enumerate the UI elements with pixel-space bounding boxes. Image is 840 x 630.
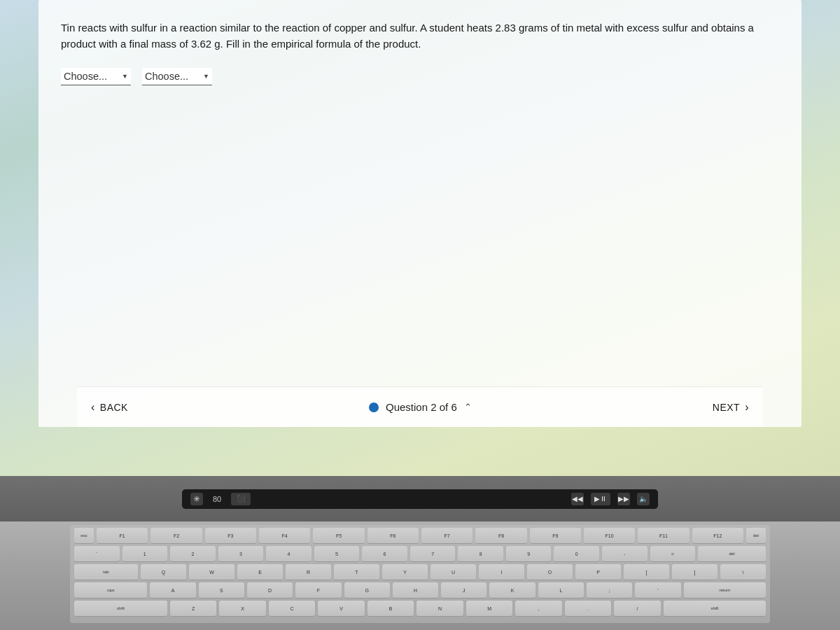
key-f6[interactable]: F6 — [368, 528, 419, 543]
key-bracket-close[interactable]: ] — [672, 564, 718, 580]
key-backslash[interactable]: \ — [720, 564, 766, 580]
laptop-body: ✳ 80 ⬛ ◀◀ ▶⏸ ▶▶ 🔈 esc F1 F2 F3 F4 F5 F6 … — [0, 476, 840, 630]
key-l[interactable]: L — [538, 582, 584, 598]
keyboard-row-1: esc F1 F2 F3 F4 F5 F6 F7 F8 F9 F10 F11 F… — [70, 525, 770, 543]
next-label: NEXT — [713, 402, 740, 413]
touchbar-right: ◀◀ ▶⏸ ▶▶ 🔈 — [571, 493, 650, 505]
back-chevron-icon: ‹ — [91, 401, 95, 414]
key-z[interactable]: Z — [170, 601, 216, 616]
dropdown2-wrapper[interactable]: Choose... 1 2 3 — [142, 68, 212, 85]
key-f[interactable]: F — [295, 582, 341, 598]
key-shift-right[interactable]: shift — [664, 601, 766, 616]
laptop-bezel: ✳ 80 ⬛ ◀◀ ▶⏸ ▶▶ 🔈 — [0, 476, 840, 522]
keyboard-area: esc F1 F2 F3 F4 F5 F6 F7 F8 F9 F10 F11 F… — [70, 525, 770, 623]
key-m[interactable]: M — [466, 601, 512, 616]
key-5[interactable]: 5 — [314, 546, 360, 561]
key-backtick[interactable]: ` — [74, 546, 120, 561]
key-b[interactable]: B — [368, 601, 414, 616]
touchbar-brightness-icon[interactable]: ✳ — [190, 493, 203, 505]
key-tab[interactable]: tab — [74, 564, 138, 580]
key-period[interactable]: . — [565, 601, 611, 616]
next-chevron-icon: › — [745, 401, 749, 414]
key-u[interactable]: U — [430, 564, 476, 580]
key-7[interactable]: 7 — [410, 546, 456, 561]
key-semicolon[interactable]: ; — [587, 582, 632, 598]
key-6[interactable]: 6 — [362, 546, 407, 561]
key-quote[interactable]: ' — [635, 582, 680, 598]
key-4[interactable]: 4 — [266, 546, 312, 561]
keyboard-row-4: caps A S D F G H J K L ; ' return — [70, 580, 770, 598]
key-f5[interactable]: F5 — [313, 528, 364, 543]
key-capslock[interactable]: caps — [74, 582, 147, 598]
key-f2[interactable]: F2 — [150, 528, 202, 543]
key-9[interactable]: 9 — [506, 546, 552, 561]
progress-dot — [369, 402, 379, 412]
back-label: BACK — [100, 402, 128, 413]
key-f12[interactable]: F12 — [692, 528, 743, 543]
touchbar-playpause-icon[interactable]: ▶⏸ — [591, 493, 610, 505]
key-3[interactable]: 3 — [218, 546, 264, 561]
key-f1[interactable]: F1 — [97, 528, 148, 543]
key-o[interactable]: O — [527, 564, 573, 580]
key-i[interactable]: I — [479, 564, 524, 580]
key-w[interactable]: W — [189, 564, 234, 580]
key-f11[interactable]: F11 — [638, 528, 689, 543]
key-r[interactable]: R — [286, 564, 331, 580]
key-f10[interactable]: F10 — [584, 528, 635, 543]
key-g[interactable]: G — [344, 582, 390, 598]
key-f3[interactable]: F3 — [205, 528, 256, 543]
key-e[interactable]: E — [237, 564, 283, 580]
key-d[interactable]: D — [247, 582, 293, 598]
key-p[interactable]: P — [575, 564, 621, 580]
touchbar-rewind-icon[interactable]: ◀◀ — [571, 493, 584, 505]
content-area: Tin reacts with sulfur in a reaction sim… — [38, 0, 802, 427]
key-8[interactable]: 8 — [458, 546, 503, 561]
touchbar-volume-icon[interactable]: 🔈 — [637, 493, 650, 505]
key-minus[interactable]: - — [602, 546, 648, 561]
touchbar: ✳ 80 ⬛ ◀◀ ▶⏸ ▶▶ 🔈 — [182, 489, 658, 509]
key-t[interactable]: T — [334, 564, 379, 580]
key-f9[interactable]: F9 — [530, 528, 581, 543]
key-y[interactable]: Y — [382, 564, 428, 580]
key-del[interactable]: del — [746, 528, 766, 543]
key-slash[interactable]: / — [614, 601, 660, 616]
dropdown1[interactable]: Choose... Sn S O — [61, 68, 131, 85]
keyboard-row-2: ` 1 2 3 4 5 6 7 8 9 0 - = del — [70, 543, 770, 561]
key-f4[interactable]: F4 — [259, 528, 310, 543]
back-button[interactable]: ‹ BACK — [91, 401, 128, 414]
question-text: Tin reacts with sulfur in a reaction sim… — [61, 20, 779, 52]
next-button[interactable]: NEXT › — [713, 401, 749, 414]
key-1[interactable]: 1 — [122, 546, 168, 561]
chevron-up-icon[interactable]: ⌃ — [464, 402, 472, 412]
nav-bar: ‹ BACK Question 2 of 6 ⌃ NEXT › — [77, 386, 763, 427]
dropdown1-wrapper[interactable]: Choose... Sn S O — [61, 68, 131, 85]
key-backspace[interactable]: del — [698, 546, 766, 561]
key-n[interactable]: N — [416, 601, 463, 616]
key-c[interactable]: C — [269, 601, 315, 616]
key-k[interactable]: K — [489, 582, 535, 598]
key-comma[interactable]: , — [515, 601, 561, 616]
dropdown2[interactable]: Choose... 1 2 3 — [142, 68, 212, 85]
key-s[interactable]: S — [199, 582, 244, 598]
key-f7[interactable]: F7 — [421, 528, 472, 543]
key-equals[interactable]: = — [650, 546, 696, 561]
touchbar-forward-icon[interactable]: ▶▶ — [617, 493, 630, 505]
key-2[interactable]: 2 — [170, 546, 216, 561]
key-h[interactable]: H — [393, 582, 438, 598]
question-content: Tin reacts with sulfur in a reaction sim… — [38, 0, 802, 99]
key-v[interactable]: V — [318, 601, 364, 616]
key-q[interactable]: Q — [141, 564, 186, 580]
dropdowns-row: Choose... Sn S O Choose... 1 2 3 — [61, 68, 779, 85]
question-counter: Question 2 of 6 — [386, 401, 457, 413]
key-bracket-open[interactable]: [ — [624, 564, 669, 580]
key-a[interactable]: A — [150, 582, 195, 598]
key-x[interactable]: X — [219, 601, 265, 616]
key-esc[interactable]: esc — [74, 528, 94, 543]
touchbar-launchpad-icon[interactable]: ⬛ — [231, 493, 251, 505]
key-return[interactable]: return — [684, 582, 766, 598]
key-shift-left[interactable]: shift — [74, 601, 167, 616]
key-f8[interactable]: F8 — [475, 528, 526, 543]
key-0[interactable]: 0 — [554, 546, 599, 561]
touchbar-80: 80 — [213, 495, 221, 503]
key-j[interactable]: J — [441, 582, 486, 598]
